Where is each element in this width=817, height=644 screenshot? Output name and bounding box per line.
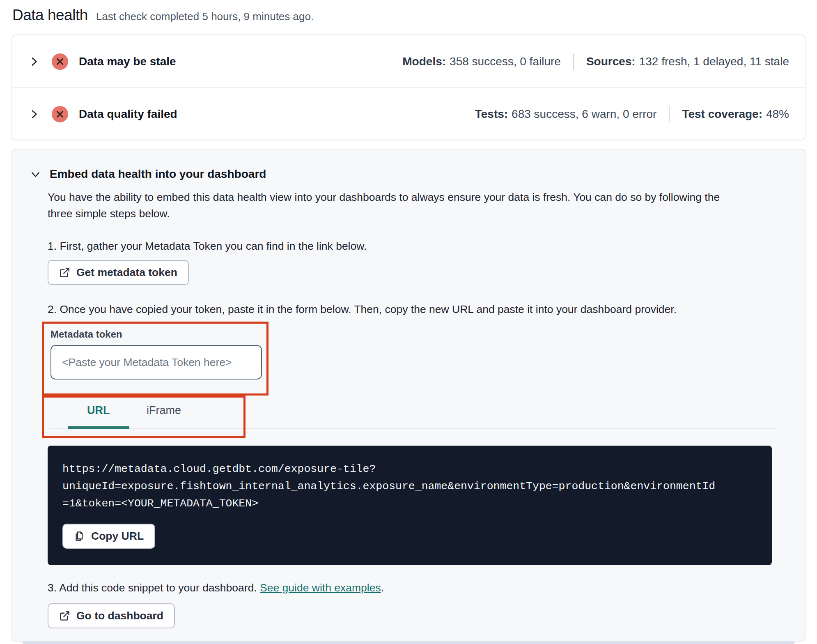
embed-section-header[interactable]: Embed data health into your dashboard [12, 168, 805, 181]
models-stat: Models:358 success, 0 failure [402, 55, 561, 68]
next-card-top-edge [22, 642, 795, 644]
tab-iframe[interactable]: iFrame [147, 404, 181, 417]
stat-value: 358 success, 0 failure [450, 55, 561, 68]
chevron-down-icon[interactable] [30, 169, 41, 179]
section-heading: Embed data health into your dashboard [50, 168, 266, 181]
get-metadata-token-button[interactable]: Get metadata token [48, 260, 189, 285]
sources-stat: Sources:132 fresh, 1 delayed, 11 stale [586, 55, 789, 68]
section-description: You have the ability to embed this data … [48, 189, 746, 222]
code-line: =1&token=<YOUR_METADATA_TOKEN> [62, 495, 760, 512]
chevron-right-icon[interactable] [29, 109, 39, 120]
stat-label: Test coverage: [682, 108, 762, 120]
stat-label: Sources: [586, 55, 636, 68]
step-3-suffix: . [381, 582, 384, 594]
stats-divider [669, 106, 670, 122]
tab-url[interactable]: URL [87, 404, 110, 417]
button-label: Copy URL [91, 530, 144, 543]
annotation-box-token: Metadata token [42, 322, 269, 396]
step-3-text: 3. Add this code snippet to your dashboa… [48, 582, 805, 594]
code-line: uniqueId=exposure.fishtown_internal_anal… [62, 478, 760, 495]
copy-url-button[interactable]: Copy URL [62, 524, 155, 549]
status-row-stale[interactable]: Data may be stale Models:358 success, 0 … [12, 35, 805, 87]
page-header: Data health Last check completed 5 hours… [11, 7, 806, 24]
status-row-title: Data may be stale [79, 55, 176, 68]
status-row-stats: Tests:683 success, 6 warn, 0 error Test … [475, 106, 789, 122]
step-3-prefix: 3. Add this code snippet to your dashboa… [48, 582, 260, 594]
x-circle-icon [52, 106, 68, 122]
page-title: Data health [12, 7, 88, 24]
status-row-stats: Models:358 success, 0 failure Sources:13… [402, 53, 789, 70]
status-row-title: Data quality failed [79, 108, 177, 121]
copy-icon [74, 531, 85, 542]
tests-stat: Tests:683 success, 6 warn, 0 error [475, 108, 657, 121]
embed-output-tabs: URL iFrame [42, 396, 784, 438]
embed-section-card: Embed data health into your dashboard Yo… [11, 149, 806, 642]
external-link-icon [59, 610, 70, 621]
stat-label: Tests: [475, 108, 508, 120]
stats-divider [573, 53, 574, 70]
step-1-text: 1. First, gather your Metadata Token you… [48, 240, 805, 253]
button-label: Go to dashboard [76, 610, 163, 622]
guide-link[interactable]: See guide with examples [260, 582, 381, 594]
coverage-stat: Test coverage:48% [682, 108, 789, 121]
stat-value: 683 success, 6 warn, 0 error [512, 108, 656, 120]
chevron-right-icon[interactable] [29, 56, 39, 67]
stat-value: 48% [766, 108, 789, 120]
x-circle-icon [52, 53, 68, 70]
active-tab-underline [68, 426, 129, 429]
go-to-dashboard-button[interactable]: Go to dashboard [48, 603, 175, 628]
status-card: Data may be stale Models:358 success, 0 … [11, 34, 806, 140]
annotation-box-tabs: URL iFrame [42, 396, 246, 438]
stat-value: 132 fresh, 1 delayed, 11 stale [639, 55, 789, 68]
code-line: https://metadata.cloud.getdbt.com/exposu… [62, 460, 760, 478]
embed-url-code-block: https://metadata.cloud.getdbt.com/exposu… [48, 446, 772, 565]
data-health-page: Data health Last check completed 5 hours… [0, 0, 817, 644]
external-link-icon [59, 267, 70, 278]
stat-label: Models: [402, 55, 446, 68]
step-2-text: 2. Once you have copied your token, past… [48, 303, 805, 316]
status-row-quality[interactable]: Data quality failed Tests:683 success, 6… [12, 87, 805, 140]
metadata-token-label: Metadata token [50, 329, 266, 340]
last-check-status: Last check completed 5 hours, 9 minutes … [96, 10, 314, 23]
metadata-token-input[interactable] [50, 345, 262, 380]
button-label: Get metadata token [76, 266, 177, 279]
